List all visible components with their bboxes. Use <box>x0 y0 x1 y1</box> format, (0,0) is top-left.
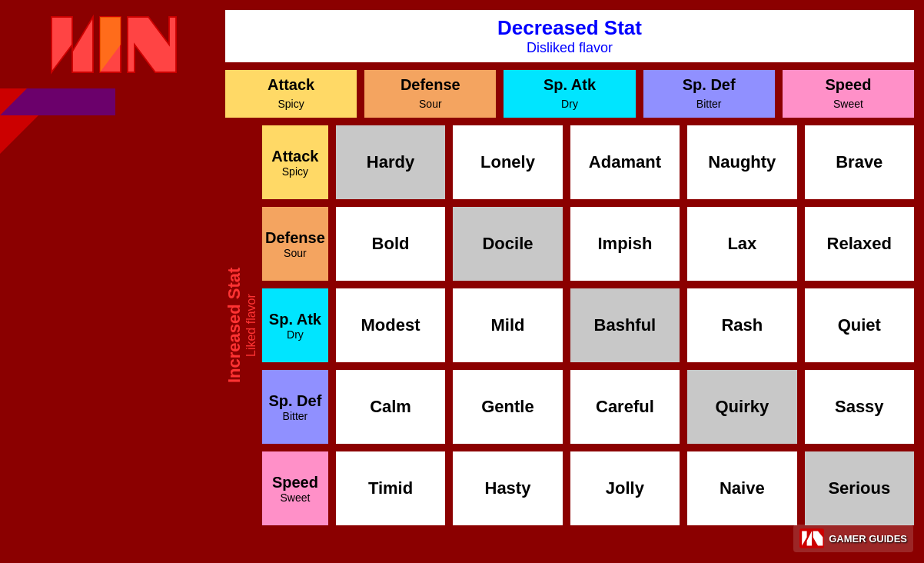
nature-cell-lax: Lax <box>685 205 799 283</box>
nature-cell-serious: Serious <box>803 449 916 528</box>
table-row: CalmGentleCarefulQuirkySassy <box>334 368 916 446</box>
table-row: ModestMildBashfulRashQuiet <box>334 286 916 365</box>
watermark-text: GAMER GUIDES <box>829 533 907 545</box>
col-header-defense: Defense Sour <box>362 68 498 120</box>
row-attack-flavor: Spicy <box>282 165 308 178</box>
logo-svg <box>45 10 183 79</box>
row-defense-stat: Defense <box>265 229 325 247</box>
nature-cell-sassy: Sassy <box>803 368 916 446</box>
nature-cell-naive: Naive <box>685 449 799 528</box>
table-row: BoldDocileImpishLaxRelaxed <box>334 205 916 283</box>
row-speed-stat: Speed <box>272 474 318 491</box>
col-defense-flavor: Sour <box>419 98 442 110</box>
nature-cell-adamant: Adamant <box>568 123 682 202</box>
col-attack-flavor: Spicy <box>278 98 304 110</box>
col-spdef-flavor: Bitter <box>696 98 722 110</box>
increased-stat-text: Increased Stat <box>224 268 244 383</box>
row-spatk-stat: Sp. Atk <box>269 311 321 328</box>
nature-cell-calm: Calm <box>334 368 447 446</box>
col-header-spatk: Sp. Atk Dry <box>501 68 637 120</box>
nature-cell-bashful: Bashful <box>568 286 682 365</box>
watermark-logo <box>799 528 824 549</box>
row-header-defense: Defense Sour <box>260 205 331 283</box>
col-header-speed: Speed Sweet <box>780 68 916 120</box>
nature-cell-jolly: Jolly <box>568 449 682 528</box>
row-speed-flavor: Sweet <box>280 491 310 504</box>
nature-cell-brave: Brave <box>803 123 916 202</box>
col-speed-flavor: Sweet <box>833 98 863 110</box>
table-outer: Decreased Stat Disliked flavor Attack Sp… <box>223 8 916 555</box>
col-header-spdef: Sp. Def Bitter <box>641 68 777 120</box>
table-row: HardyLonelyAdamantNaughtyBrave <box>334 123 916 202</box>
nature-cell-careful: Careful <box>568 368 682 446</box>
nature-cell-hasty: Hasty <box>450 449 564 528</box>
nature-cell-naughty: Naughty <box>685 123 799 202</box>
nature-cell-mild: Mild <box>450 286 564 365</box>
decreased-stat-title: Decreased Stat <box>228 16 911 40</box>
data-grid: HardyLonelyAdamantNaughtyBraveBoldDocile… <box>334 123 916 528</box>
row-spdef-stat: Sp. Def <box>268 392 321 410</box>
column-headers: Attack Spicy Defense Sour Sp. Atk Dry Sp… <box>223 68 916 120</box>
row-spdef-flavor: Bitter <box>283 410 308 422</box>
nature-cell-hardy: Hardy <box>334 123 447 202</box>
row-header-spatk: Sp. Atk Dry <box>260 286 331 365</box>
row-header-spdef: Sp. Def Bitter <box>260 368 331 446</box>
nature-cell-modest: Modest <box>334 286 447 365</box>
nature-cell-docile: Docile <box>450 205 564 283</box>
decreased-stat-header: Decreased Stat Disliked flavor <box>223 8 916 65</box>
nature-cell-gentle: Gentle <box>450 368 564 446</box>
row-header-speed: Speed Sweet <box>260 449 331 528</box>
logo-area <box>0 0 227 88</box>
disliked-flavor-subtitle: Disliked flavor <box>228 40 911 56</box>
col-spdef-stat: Sp. Def <box>683 76 736 93</box>
row-header-attack: Attack Spicy <box>260 123 331 202</box>
row-headers: Attack Spicy Defense Sour Sp. Atk Dry Sp… <box>260 123 331 528</box>
nature-cell-rash: Rash <box>685 286 799 365</box>
nature-cell-quirky: Quirky <box>685 368 799 446</box>
row-spatk-flavor: Dry <box>287 328 304 341</box>
liked-flavor-text: Liked flavor <box>244 294 258 357</box>
nature-cell-timid: Timid <box>334 449 447 528</box>
table-row: TimidHastyJollyNaiveSerious <box>334 449 916 528</box>
nature-cell-bold: Bold <box>334 205 447 283</box>
col-attack-stat: Attack <box>268 76 314 93</box>
nature-cell-lonely: Lonely <box>450 123 564 202</box>
nature-cell-relaxed: Relaxed <box>803 205 916 283</box>
col-speed-stat: Speed <box>825 76 871 93</box>
nature-cell-quiet: Quiet <box>803 286 916 365</box>
main-container: Decreased Stat Disliked flavor Attack Sp… <box>0 0 924 563</box>
row-defense-flavor: Sour <box>284 247 307 259</box>
nature-cell-impish: Impish <box>568 205 682 283</box>
col-spatk-flavor: Dry <box>561 98 578 110</box>
row-attack-stat: Attack <box>271 148 318 165</box>
col-defense-stat: Defense <box>401 76 460 93</box>
col-spatk-stat: Sp. Atk <box>543 76 596 93</box>
increased-stat-label: Increased Stat Liked flavor <box>223 123 260 528</box>
svg-marker-3 <box>128 17 176 72</box>
grid-area: Increased Stat Liked flavor Attack Spicy… <box>223 123 916 528</box>
watermark: GAMER GUIDES <box>793 525 913 552</box>
svg-marker-0 <box>52 17 93 72</box>
col-header-attack: Attack Spicy <box>223 68 359 120</box>
